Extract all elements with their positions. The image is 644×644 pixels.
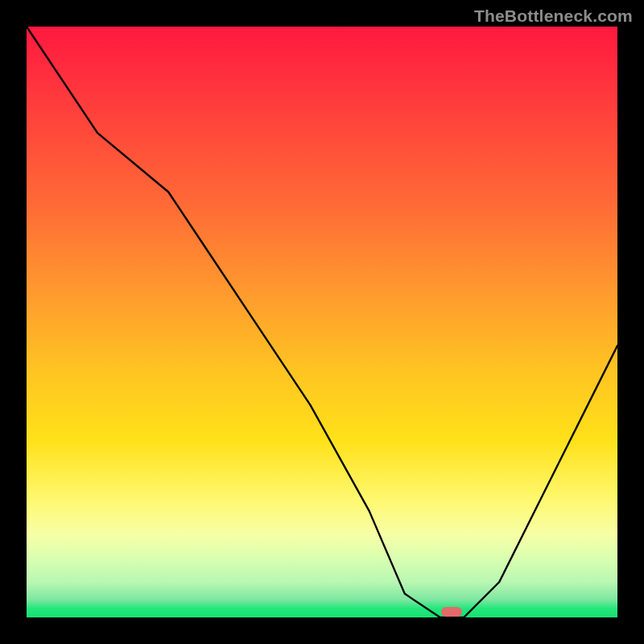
chart-frame: TheBottleneck.com bbox=[0, 0, 644, 644]
bottleneck-curve bbox=[27, 27, 617, 617]
optimal-point-marker bbox=[441, 607, 462, 617]
watermark-text: TheBottleneck.com bbox=[474, 6, 633, 26]
plot-area bbox=[27, 27, 617, 617]
